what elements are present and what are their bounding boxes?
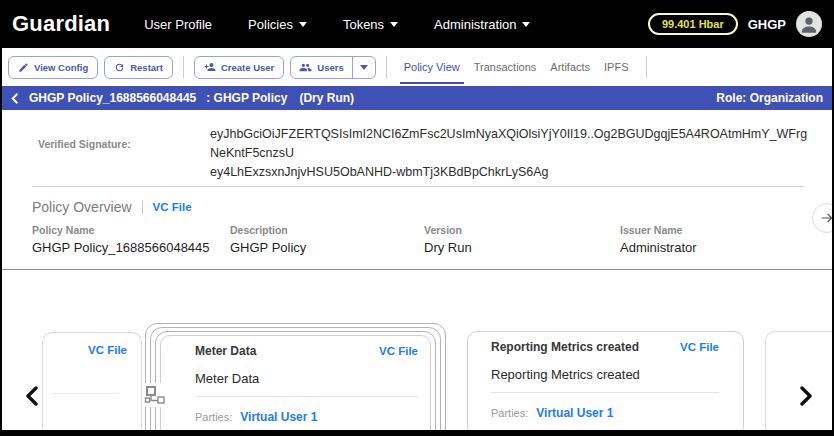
refresh-icon <box>114 62 125 73</box>
caret-down-icon <box>360 65 368 70</box>
view-config-label: View Config <box>34 62 88 73</box>
field-description: Description GHGP Policy <box>230 224 424 255</box>
vc-file-link[interactable]: VC File <box>379 345 418 357</box>
caret-down-icon <box>299 22 307 27</box>
view-config-button[interactable]: View Config <box>8 56 98 79</box>
top-navbar: Guardian User Profile Policies Tokens Ad… <box>2 0 832 48</box>
caret-down-icon <box>390 22 398 27</box>
workflow-blocks-icon <box>143 383 167 407</box>
verified-signature-label: Verified Signature: <box>38 138 131 150</box>
policy-subtitle: : GHGP Policy <box>206 91 287 105</box>
card-divider <box>491 392 719 393</box>
vc-file-link[interactable]: VC File <box>88 344 127 356</box>
users-label: Users <box>317 62 343 73</box>
tab-transactions[interactable]: Transactions <box>467 48 544 86</box>
tab-artifacts[interactable]: Artifacts <box>543 48 597 86</box>
chevron-right-icon <box>799 386 813 406</box>
carousel-next-button[interactable] <box>796 384 816 408</box>
field-policy-name: Policy Name GHGP Policy_1688566048445 <box>32 224 230 255</box>
vc-card-reporting-metrics: Reporting Metrics created VC File Report… <box>467 331 744 436</box>
policy-overview-header: Policy Overview VC File <box>32 199 192 215</box>
nav-tokens[interactable]: Tokens <box>343 17 398 32</box>
parties-label: Parties: <box>195 411 232 423</box>
hbar-balance-badge[interactable]: 99.401 Hbar <box>648 13 738 35</box>
policy-toolbar: View Config Restart Create User Users Po… <box>2 48 832 86</box>
nav-policies-label: Policies <box>248 17 293 32</box>
brand-logo: Guardian <box>12 11 110 37</box>
restart-button[interactable]: Restart <box>104 56 173 79</box>
users-split-button: Users <box>290 56 375 79</box>
user-avatar-icon[interactable] <box>796 11 822 37</box>
vc-file-link[interactable]: VC File <box>680 341 719 353</box>
nav-tokens-label: Tokens <box>343 17 384 32</box>
field-label: Description <box>230 224 424 236</box>
role-label: Role: Organization <box>716 91 823 105</box>
header-divider <box>142 200 143 214</box>
nav-user-profile-label: User Profile <box>144 17 212 32</box>
guardian-app-window: Guardian User Profile Policies Tokens Ad… <box>0 0 834 436</box>
caret-down-icon <box>522 22 530 27</box>
tab-ipfs[interactable]: IPFS <box>597 48 635 86</box>
overview-vc-file-link[interactable]: VC File <box>153 201 192 213</box>
users-dropdown-button[interactable] <box>352 57 375 78</box>
nav-administration[interactable]: Administration <box>434 17 530 32</box>
carousel-prev-button[interactable] <box>22 384 42 408</box>
parties-label: Parties: <box>491 407 528 419</box>
nav-user-profile[interactable]: User Profile <box>144 17 212 32</box>
signature-line-1: eyJhbGciOiJFZERTQSIsImI2NCI6ZmFsc2UsImNy… <box>210 125 810 163</box>
restart-label: Restart <box>130 62 163 73</box>
toolbar-divider <box>183 56 184 78</box>
field-label: Issuer Name <box>620 224 697 236</box>
chevron-left-icon <box>25 386 39 406</box>
create-user-button[interactable]: Create User <box>194 56 284 79</box>
navbar-right: 99.401 Hbar GHGP <box>648 11 822 37</box>
create-user-label: Create User <box>221 62 274 73</box>
people-icon <box>299 61 312 74</box>
person-add-icon <box>204 61 216 73</box>
card-title: Reporting Metrics created <box>491 340 639 354</box>
card-body-text: Meter Data <box>195 371 418 386</box>
field-version: Version Dry Run <box>424 224 620 255</box>
policy-overview-title: Policy Overview <box>32 199 132 215</box>
back-button[interactable] <box>11 93 19 104</box>
policy-mode-badge: (Dry Run) <box>299 91 354 105</box>
chevron-left-icon <box>11 93 19 104</box>
field-value: Dry Run <box>424 240 620 255</box>
signature-line-2: ey4LhExzsxnJnjvHSU5ObANHD-wbmTj3KBdBpChk… <box>210 163 810 182</box>
policy-header-bar: GHGP Policy_1688566048445 : GHGP Policy … <box>2 86 832 110</box>
field-label: Policy Name <box>32 224 230 236</box>
field-value: Administrator <box>620 240 697 255</box>
section-divider <box>32 186 804 187</box>
party-virtual-user-link[interactable]: Virtual User 1 <box>536 406 613 420</box>
field-value: GHGP Policy_1688566048445 <box>32 240 230 255</box>
account-label: GHGP <box>748 17 786 32</box>
card-body-text: Reporting Metrics created <box>491 367 719 382</box>
policy-name: GHGP Policy_1688566048445 <box>29 91 196 105</box>
main-nav: User Profile Policies Tokens Administrat… <box>144 17 530 32</box>
vc-card-stack: Meter Data VC File Meter Data Parties: V… <box>145 323 446 430</box>
field-issuer-name: Issuer Name Administrator <box>620 224 697 255</box>
card-divider <box>51 393 119 394</box>
users-button[interactable]: Users <box>291 57 351 78</box>
card-title: Meter Data <box>195 344 256 358</box>
nav-policies[interactable]: Policies <box>248 17 307 32</box>
field-label: Version <box>424 224 620 236</box>
policy-tabs: Policy View Transactions Artifacts IPFS <box>397 48 636 86</box>
nav-administration-label: Administration <box>434 17 516 32</box>
party-virtual-user-link[interactable]: Virtual User 1 <box>240 410 317 424</box>
content-divider <box>2 269 832 270</box>
toolbar-divider <box>646 56 647 78</box>
card-divider <box>195 396 418 397</box>
vc-card-meter-data: Meter Data VC File Meter Data Parties: V… <box>160 335 431 436</box>
pencil-icon <box>18 62 29 73</box>
field-value: GHGP Policy <box>230 240 424 255</box>
verified-signature-value: eyJhbGciOiJFZERTQSIsImI2NCI6ZmFsc2UsImNy… <box>210 125 810 182</box>
policy-fields: Policy Name GHGP Policy_1688566048445 De… <box>32 224 832 255</box>
toolbar-divider <box>386 56 387 78</box>
vc-card-partial-left: VC File <box>42 332 142 430</box>
tab-policy-view[interactable]: Policy View <box>397 48 467 86</box>
